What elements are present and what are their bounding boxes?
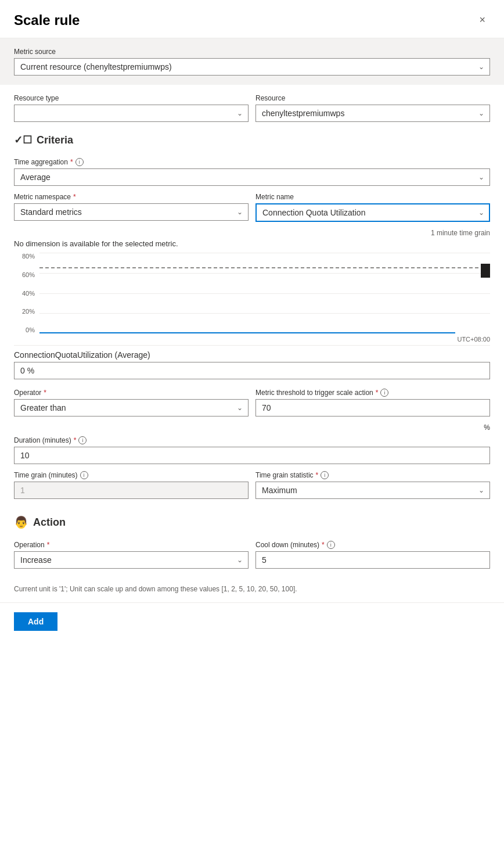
operation-wrapper: Increase Decrease ⌄ bbox=[14, 551, 249, 569]
time-grain-statistic-select[interactable]: Average Minimum Maximum Sum bbox=[255, 482, 490, 499]
resource-type-label: Resource type bbox=[14, 94, 249, 102]
time-grain-statistic-info-icon[interactable]: i bbox=[321, 471, 329, 479]
chart-gridline-20 bbox=[39, 313, 490, 314]
chart-label-0: 0% bbox=[14, 326, 35, 333]
time-grain-statistic-label: Time grain statistic * i bbox=[255, 471, 490, 479]
metric-namespace-name-row: Metric namespace * Standard metrics ⌄ Me… bbox=[14, 193, 490, 222]
threshold-input[interactable] bbox=[255, 399, 490, 416]
chart-label-60: 60% bbox=[14, 271, 35, 278]
chart-area bbox=[39, 253, 490, 333]
threshold-field: Metric threshold to trigger scale action… bbox=[255, 389, 490, 416]
chart-black-bar bbox=[481, 264, 490, 278]
time-grain-statistic-field: Time grain statistic * i Average Minimum… bbox=[255, 471, 490, 499]
chart-label-20: 20% bbox=[14, 308, 35, 315]
duration-info-icon[interactable]: i bbox=[78, 436, 87, 444]
resource-label: Resource bbox=[255, 94, 490, 102]
time-grain-note: 1 minute time grain bbox=[14, 229, 490, 237]
resource-select[interactable]: chenyltestpremiumwps bbox=[255, 105, 490, 122]
operation-cooldown-row: Operation * Increase Decrease ⌄ Cool dow… bbox=[14, 541, 490, 569]
operation-field: Operation * Increase Decrease ⌄ bbox=[14, 541, 249, 569]
cooldown-info-icon[interactable]: i bbox=[327, 541, 335, 549]
time-grain-minutes-input bbox=[14, 482, 249, 499]
resource-type-field: Resource type ⌄ bbox=[14, 94, 249, 122]
time-aggregation-required: * bbox=[70, 158, 73, 166]
threshold-required: * bbox=[376, 389, 379, 397]
chart-data-line bbox=[39, 332, 455, 333]
criteria-icon: ✓☐ bbox=[14, 134, 32, 146]
operation-label: Operation * bbox=[14, 541, 249, 549]
panel-title: Scale rule bbox=[14, 12, 80, 28]
time-grain-minutes-label: Time grain (minutes) i bbox=[14, 471, 249, 479]
metric-source-label: Metric source bbox=[14, 48, 490, 56]
add-button[interactable]: Add bbox=[14, 612, 57, 631]
cooldown-required: * bbox=[322, 541, 325, 549]
metric-name-select[interactable]: Connection Quota Utilization bbox=[255, 203, 490, 222]
cooldown-input[interactable] bbox=[255, 551, 490, 569]
time-aggregation-info-icon[interactable]: i bbox=[75, 158, 84, 166]
scale-rule-panel: Scale rule × Metric source Current resou… bbox=[0, 0, 504, 687]
operator-threshold-row: Operator * Greater than Greater than or … bbox=[14, 389, 490, 416]
footer: Add bbox=[0, 603, 504, 640]
time-aggregation-field: Time aggregation * i Average Minimum Max… bbox=[14, 158, 490, 186]
metric-namespace-wrapper: Standard metrics ⌄ bbox=[14, 203, 249, 221]
resource-type-wrapper: ⌄ bbox=[14, 105, 249, 122]
duration-field: Duration (minutes) * i bbox=[14, 436, 490, 464]
metric-chart: 80% 60% 40% 20% 0% UTC+08:00 bbox=[14, 253, 490, 346]
time-aggregation-wrapper: Average Minimum Maximum Sum Count Last ⌄ bbox=[14, 168, 490, 186]
action-icon: 👨 bbox=[14, 515, 28, 529]
chart-labels: 80% 60% 40% 20% 0% bbox=[14, 253, 35, 333]
threshold-info-icon[interactable]: i bbox=[380, 389, 388, 397]
operation-select[interactable]: Increase Decrease bbox=[14, 551, 249, 569]
time-aggregation-label: Time aggregation * i bbox=[14, 158, 490, 166]
operator-select[interactable]: Greater than Greater than or equal to Le… bbox=[14, 399, 249, 416]
chart-label-40: 40% bbox=[14, 290, 35, 297]
time-aggregation-select[interactable]: Average Minimum Maximum Sum Count Last bbox=[14, 168, 490, 186]
cooldown-field: Cool down (minutes) * i bbox=[255, 541, 490, 569]
time-grain-minutes-field: Time grain (minutes) i bbox=[14, 471, 249, 499]
metric-namespace-field: Metric namespace * Standard metrics ⌄ bbox=[14, 193, 249, 222]
resource-type-select[interactable] bbox=[14, 105, 249, 122]
metric-source-wrapper: Current resource (chenyltestpremiumwps) … bbox=[14, 58, 490, 76]
chart-gridline-60 bbox=[39, 273, 490, 274]
criteria-title-text: Criteria bbox=[37, 134, 73, 146]
operation-required: * bbox=[47, 541, 50, 549]
close-button[interactable]: × bbox=[474, 12, 490, 28]
metric-source-select[interactable]: Current resource (chenyltestpremiumwps) bbox=[14, 58, 490, 76]
chart-utc-label: UTC+08:00 bbox=[457, 336, 490, 343]
time-grain-minutes-info-icon[interactable]: i bbox=[80, 471, 88, 479]
operator-required: * bbox=[44, 389, 46, 397]
action-section-title: 👨 Action bbox=[0, 506, 504, 534]
metric-name-field: Metric name Connection Quota Utilization… bbox=[255, 193, 490, 222]
chart-dashed-threshold-line bbox=[39, 267, 490, 268]
metric-display-label: ConnectionQuotaUtilization (Average) bbox=[14, 350, 490, 360]
metric-name-wrapper: Connection Quota Utilization ⌄ bbox=[255, 203, 490, 222]
resource-section: Resource type ⌄ Resource chenyltestpremi… bbox=[0, 85, 504, 499]
time-grain-row: Time grain (minutes) i Time grain statis… bbox=[14, 471, 490, 499]
duration-input[interactable] bbox=[14, 447, 490, 464]
duration-label: Duration (minutes) * i bbox=[14, 436, 490, 444]
metric-namespace-required: * bbox=[73, 193, 76, 201]
action-section: Operation * Increase Decrease ⌄ Cool dow… bbox=[0, 541, 504, 580]
duration-required: * bbox=[74, 436, 77, 444]
metric-namespace-label: Metric namespace * bbox=[14, 193, 249, 201]
threshold-label: Metric threshold to trigger scale action… bbox=[255, 389, 490, 397]
time-grain-statistic-required: * bbox=[316, 471, 319, 479]
metric-name-label: Metric name bbox=[255, 193, 490, 201]
chart-gridline-80 bbox=[39, 253, 490, 253]
operator-field: Operator * Greater than Greater than or … bbox=[14, 389, 249, 416]
resource-row: Resource type ⌄ Resource chenyltestpremi… bbox=[14, 94, 490, 122]
chart-label-80: 80% bbox=[14, 253, 35, 260]
threshold-unit: % bbox=[14, 423, 490, 432]
action-info-text: Current unit is '1'; Unit can scale up a… bbox=[0, 580, 504, 602]
action-title-text: Action bbox=[33, 516, 66, 529]
metric-source-section: Metric source Current resource (chenylte… bbox=[0, 38, 504, 85]
resource-wrapper: chenyltestpremiumwps ⌄ bbox=[255, 105, 490, 122]
no-dimension-message: No dimension is available for the select… bbox=[14, 239, 490, 248]
cooldown-label: Cool down (minutes) * i bbox=[255, 541, 490, 549]
criteria-section-title: ✓☐ Criteria bbox=[14, 129, 490, 151]
chart-gridline-40 bbox=[39, 293, 490, 294]
operator-label: Operator * bbox=[14, 389, 249, 397]
metric-display-value[interactable]: 0 % bbox=[14, 362, 490, 379]
metric-namespace-select[interactable]: Standard metrics bbox=[14, 203, 249, 221]
resource-field: Resource chenyltestpremiumwps ⌄ bbox=[255, 94, 490, 122]
